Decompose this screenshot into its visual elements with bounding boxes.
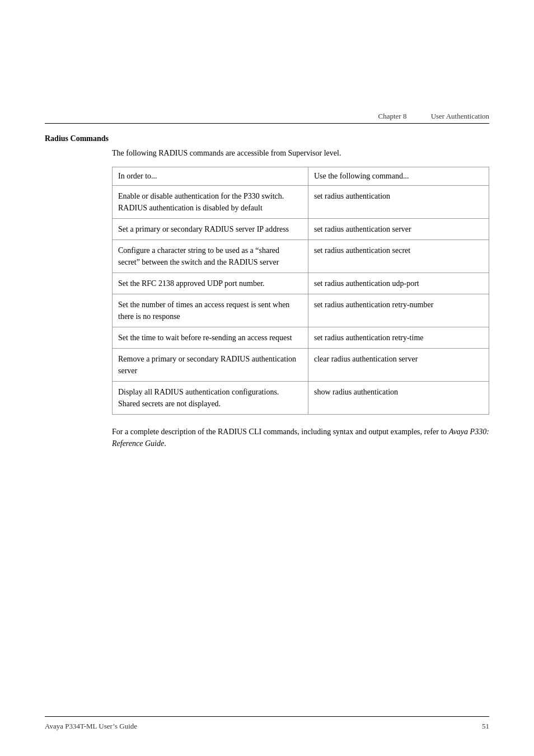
footer-left-text: Avaya P334T-ML User’s Guide: [45, 722, 137, 731]
table-cell-description-2: Configure a character string to be used …: [113, 240, 308, 273]
commands-table: In order to... Use the following command…: [112, 167, 489, 415]
table-cell-description-7: Display all RADIUS authentication config…: [113, 382, 308, 415]
table-cell-command-4: set radius authentication retry-number: [308, 294, 489, 327]
header-rule: [45, 123, 489, 124]
table-cell-command-2: set radius authentication secret: [308, 240, 489, 273]
page-footer: Avaya P334T-ML User’s Guide 51: [45, 722, 489, 731]
table-row: Enable or disable authentication for the…: [113, 186, 489, 219]
table-row: Configure a character string to be used …: [113, 240, 489, 273]
section-title: Radius Commands: [45, 134, 489, 143]
table-cell-command-1: set radius authentication server: [308, 219, 489, 240]
commands-table-wrapper: In order to... Use the following command…: [112, 167, 489, 415]
table-cell-description-0: Enable or disable authentication for the…: [113, 186, 308, 219]
col-right-header: Use the following command...: [308, 167, 489, 186]
footer-description: For a complete description of the RADIUS…: [112, 426, 489, 449]
footer-rule: [45, 716, 489, 717]
col-left-header: In order to...: [113, 167, 308, 186]
table-row: Remove a primary or secondary RADIUS aut…: [113, 349, 489, 382]
table-row: Set the time to wait before re-sending a…: [113, 327, 489, 349]
header-chapter-section: Chapter 8 User Authentication: [378, 112, 490, 121]
table-row: Set the number of times an access reques…: [113, 294, 489, 327]
section-label: User Authentication: [431, 112, 489, 120]
table-cell-command-5: set radius authentication retry-time: [308, 327, 489, 349]
table-row: Set the RFC 2138 approved UDP port numbe…: [113, 273, 489, 294]
table-cell-description-3: Set the RFC 2138 approved UDP port numbe…: [113, 273, 308, 294]
footer-line1: For a complete description of the RADIUS…: [112, 428, 449, 436]
table-header-row: In order to... Use the following command…: [113, 167, 489, 186]
chapter-label: Chapter 8: [378, 112, 407, 120]
table-cell-description-6: Remove a primary or secondary RADIUS aut…: [113, 349, 308, 382]
content-area: Radius Commands The following RADIUS com…: [45, 134, 489, 449]
table-row: Set a primary or secondary RADIUS server…: [113, 219, 489, 240]
table-cell-command-6: clear radius authentication server: [308, 349, 489, 382]
page-header: Chapter 8 User Authentication: [45, 112, 489, 124]
intro-text: The following RADIUS commands are access…: [112, 149, 489, 158]
table-cell-command-0: set radius authentication: [308, 186, 489, 219]
table-cell-command-7: show radius authentication: [308, 382, 489, 415]
table-cell-description-1: Set a primary or secondary RADIUS server…: [113, 219, 308, 240]
table-cell-command-3: set radius authentication udp-port: [308, 273, 489, 294]
footer-period: .: [164, 439, 166, 448]
table-cell-description-5: Set the time to wait before re-sending a…: [113, 327, 308, 349]
table-row: Display all RADIUS authentication config…: [113, 382, 489, 415]
page-container: Chapter 8 User Authentication Radius Com…: [0, 0, 534, 756]
table-cell-description-4: Set the number of times an access reques…: [113, 294, 308, 327]
footer-page-number: 51: [482, 722, 489, 731]
